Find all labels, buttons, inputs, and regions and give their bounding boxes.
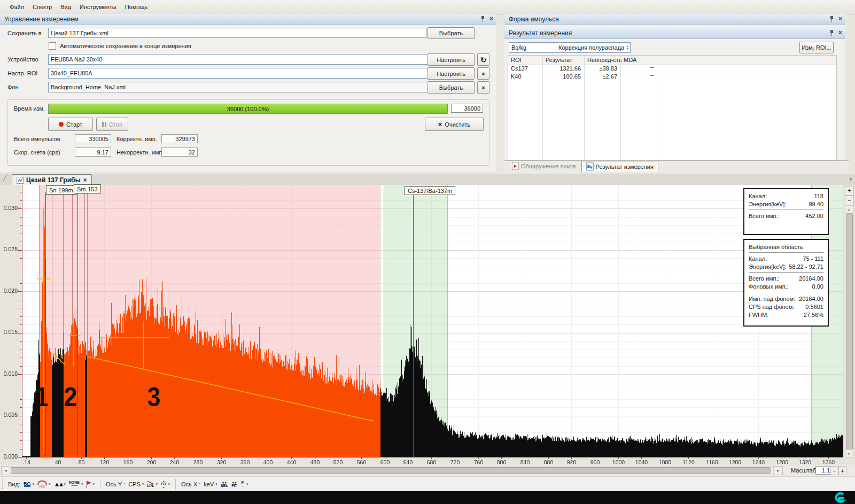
clear-background-button[interactable]: × [477, 81, 489, 94]
tab-list-dropdown-icon[interactable]: ▾ [850, 177, 852, 182]
correction-combobox[interactable]: Коррекция полураспада ▲▼ [556, 42, 631, 53]
menu-view[interactable]: Вид [56, 2, 75, 12]
result-panel-title: Результат измерения [509, 29, 572, 37]
cell-result: 1321.66 [546, 65, 581, 72]
smoothing-button[interactable]: NONE~~~ ▾ [69, 481, 83, 487]
start-button[interactable]: Старт [48, 118, 93, 131]
x-fit-button[interactable]: ◄►FIT [231, 481, 237, 487]
pin-icon[interactable] [829, 16, 834, 22]
stop-button[interactable]: Стоп [96, 118, 128, 131]
background-input[interactable]: Background_Home_NaJ.xml [48, 82, 431, 92]
close-icon[interactable]: × [838, 29, 842, 36]
chevron-down-icon[interactable]: ▾ [142, 482, 144, 486]
toolbar-grip[interactable] [2, 479, 5, 489]
peak-tag-sm153[interactable]: Sm-153 [74, 184, 101, 193]
close-tab-icon[interactable]: × [83, 177, 87, 183]
chevron-down-icon[interactable]: ▾ [81, 482, 83, 486]
scale-plus-button[interactable]: + [838, 466, 846, 475]
selection-total-value: 20164.00 [799, 275, 823, 282]
table-row[interactable]: Cs137 1321.66 ±38.83 – [508, 65, 836, 73]
tab-measurement-result[interactable]: Bq Результат измерения [581, 161, 658, 172]
hd-toggle-button[interactable]: HD ▾ [37, 480, 51, 489]
horizontal-scrollbar[interactable] [10, 466, 774, 475]
measurement-panel-header: Управление измерением × [0, 14, 496, 25]
table-row[interactable]: K40 100.65 ±2.67 – [508, 73, 836, 81]
x-sel-button[interactable]: ◄►SEL [221, 481, 228, 487]
save-to-value: Цезий 137 Грибы.xml [51, 30, 108, 36]
selection-cps-label: CPS над фоном: [749, 304, 794, 310]
chevron-down-icon[interactable]: ▾ [168, 482, 170, 486]
pin-icon[interactable] [829, 30, 834, 36]
spectrum-tab[interactable]: Цезий 137 Грибы × [12, 174, 92, 185]
col-roi[interactable]: ROI [511, 57, 522, 63]
peak-tag-sn199m[interactable]: Sn-199m [46, 185, 76, 195]
menu-tools[interactable]: Инструменты [75, 2, 121, 12]
device-combobox[interactable]: FEU85A NaJ 30x40 ▲▼ [48, 54, 432, 65]
menu-file[interactable]: Файл [5, 2, 28, 12]
save-to-input[interactable]: Цезий 137 Грибы.xml [48, 28, 426, 38]
horizontal-scroll-thumb[interactable] [11, 467, 771, 474]
menu-bar: Файл Спектр Вид Инструменты Помощь [0, 0, 855, 14]
vertical-scrollbar[interactable]: ▲ ▼ [845, 205, 854, 458]
edit-roi-button[interactable]: Изм. ROI... [799, 42, 834, 53]
clear-roi-button[interactable]: × [477, 67, 489, 80]
toolbar-separator [175, 479, 176, 490]
choose-background-button[interactable]: Выбрать [428, 81, 475, 94]
peak-tag-cs137[interactable]: Cs-137/Ba-137m [405, 186, 455, 195]
configure-roi-button[interactable]: Настроить [428, 67, 475, 80]
record-dot-icon [59, 122, 64, 127]
chevron-down-icon[interactable]: ▾ [215, 482, 217, 486]
y-scale-select[interactable]: LIN. ▾ [147, 481, 158, 487]
x-unit-select[interactable]: keV ▾ [204, 481, 217, 487]
close-icon[interactable]: × [838, 15, 842, 22]
col-uncertainty[interactable]: Неопред-сть [587, 57, 621, 63]
background-toggle-button[interactable]: BG ▾ [24, 482, 34, 487]
y-fit-button[interactable]: ▲FIT▼ ▾ [161, 479, 170, 489]
menu-help[interactable]: Помощь [121, 2, 152, 12]
chevron-down-icon[interactable]: ▾ [49, 482, 51, 486]
menu-spectrum[interactable]: Спектр [28, 2, 56, 12]
table-header-row: ROI Результат Неопред-сть MDA [508, 56, 836, 65]
count-rate-label: Скор. счета (cps) [14, 149, 60, 156]
chevron-down-icon[interactable]: ▾ [156, 482, 158, 486]
markers-button[interactable]: ▾ [87, 481, 95, 488]
unit-combobox[interactable]: Bq/kg ▲▼ [509, 42, 562, 53]
choose-file-button[interactable]: Выбрать [428, 27, 475, 39]
bottom-bar [0, 491, 855, 504]
peaks-view-button[interactable]: ▲▲ ▾ [54, 480, 66, 488]
vertical-scroll-thumb[interactable] [846, 213, 853, 449]
configure-device-button[interactable]: Настроить [428, 53, 475, 66]
chevron-down-icon[interactable]: ▾ [246, 482, 248, 486]
correct-pulses-value: 329973 [161, 134, 198, 143]
toolbar-separator [100, 479, 100, 490]
spinner-icon[interactable]: ▲▼ [626, 44, 629, 51]
chevron-down-icon[interactable]: ▾ [93, 482, 95, 486]
device-value: FEU85A NaJ 30x40 [51, 56, 103, 63]
scale-minus-button[interactable]: − [830, 466, 838, 475]
chevron-down-icon[interactable]: ▾ [64, 482, 66, 486]
scroll-down-icon[interactable]: ▼ [847, 452, 851, 456]
pin-icon[interactable] [480, 16, 485, 22]
x-axis-label: Ось X : [181, 481, 200, 487]
col-mda[interactable]: MDA [624, 57, 636, 63]
roi-combobox[interactable]: 30x40_FEU85A ▲▼ [48, 68, 432, 79]
correct-pulses-label: Корректн. имп. [116, 136, 157, 142]
autosave-checkbox[interactable] [49, 42, 56, 50]
col-result[interactable]: Результат [546, 57, 572, 63]
close-icon[interactable]: × [489, 15, 493, 22]
zoom-out-button[interactable]: − [845, 196, 854, 205]
scroll-up-icon[interactable]: ▲ [847, 207, 851, 211]
y-unit-select[interactable]: CPS ▾ [128, 481, 144, 487]
scroll-right-button[interactable]: ► [774, 466, 783, 475]
refresh-device-button[interactable]: ↻ [477, 53, 489, 66]
clear-button[interactable]: × Очистить [425, 118, 484, 131]
selection-energy-label: Энергия[keV]: [749, 263, 786, 270]
spectrum-canvas[interactable] [0, 185, 855, 464]
scroll-left-button[interactable]: ◄ [1, 466, 10, 475]
count-rate-value: 9.17 [75, 148, 111, 157]
x-energy-button[interactable]: E↔ ▾ [240, 481, 248, 487]
tab-peak-detection[interactable]: Обнаружение пиков [508, 161, 580, 171]
chevron-down-icon[interactable]: ▾ [32, 482, 34, 486]
zoom-in-button[interactable]: + [845, 186, 854, 196]
time-input[interactable]: 36000 [451, 104, 483, 113]
